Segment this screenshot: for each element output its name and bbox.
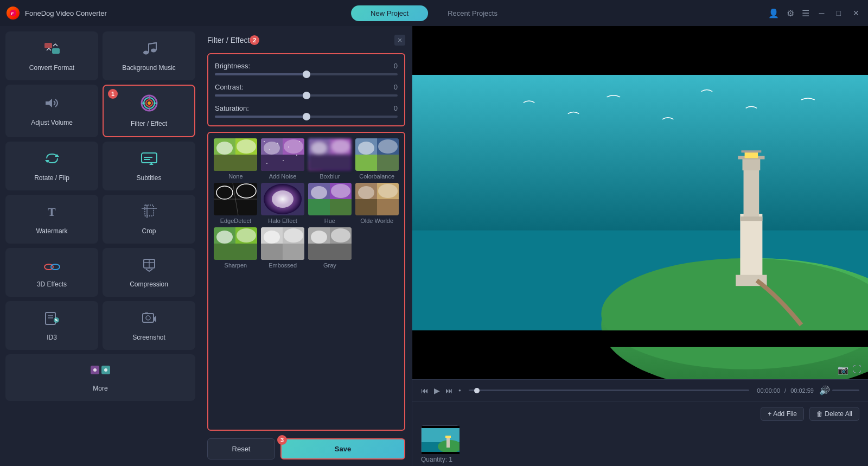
save-btn[interactable]: 3 Save: [280, 438, 405, 459]
contrast-thumb[interactable]: [303, 92, 310, 99]
app-logo: F: [7, 7, 20, 20]
user-icon[interactable]: 👤: [768, 8, 779, 18]
svg-rect-21: [145, 205, 154, 216]
dot-btn: ●: [458, 388, 461, 393]
new-project-btn[interactable]: New Project: [351, 5, 428, 21]
filter-item-embossed[interactable]: Embossed: [261, 227, 305, 269]
svg-point-66: [331, 139, 350, 154]
filter-thumb-none: [214, 138, 257, 171]
sidebar-item-more[interactable]: More: [5, 354, 195, 401]
sidebar-item-id3[interactable]: ✎ ID3: [5, 301, 98, 350]
fullscreen-icon[interactable]: ⛶: [853, 365, 861, 375]
svg-rect-92: [355, 199, 377, 215]
time-separator: /: [784, 387, 786, 394]
svg-point-101: [237, 228, 256, 242]
minimize-btn[interactable]: ─: [817, 8, 827, 18]
panel-title: Filter / Effect: [207, 36, 250, 44]
menu-icon[interactable]: ☰: [802, 8, 809, 18]
filter-item-colorbalance[interactable]: Colorbalance: [355, 138, 399, 180]
svg-rect-71: [377, 155, 399, 171]
filter-item-halo-effect[interactable]: Halo Effect: [261, 183, 305, 224]
svg-rect-64: [308, 155, 352, 171]
filter-item-none[interactable]: None: [214, 138, 258, 180]
settings-icon[interactable]: ⚙: [787, 8, 794, 18]
adjust-volume-icon: [43, 95, 61, 114]
sidebar-item-convert-format[interactable]: Convert Format: [5, 31, 98, 80]
add-file-btn[interactable]: + Add File: [761, 407, 804, 421]
save-btn-label: Save: [335, 445, 351, 453]
filter-panel: Filter / Effect 2 × Brightness: 0: [201, 26, 412, 466]
filter-item-add-noise[interactable]: Add Noise: [261, 138, 305, 180]
delete-all-btn[interactable]: 🗑 Delete All: [809, 407, 859, 421]
svg-rect-130: [412, 330, 868, 347]
svg-rect-106: [283, 244, 304, 260]
filter-item-sharpen[interactable]: Sharpen: [214, 227, 258, 269]
filter-name-edgedetect: EdgeDetect: [220, 218, 251, 224]
svg-rect-121: [740, 214, 762, 280]
sidebar-item-crop[interactable]: Crop: [103, 195, 195, 244]
sidebar-item-background-music[interactable]: Background Music: [103, 31, 195, 80]
filter-thumb-halo-effect: [261, 183, 304, 215]
id3-icon: ✎: [43, 310, 61, 329]
panel-close-btn[interactable]: ×: [394, 35, 405, 46]
filter-item-boxblur[interactable]: Boxblur: [308, 138, 352, 180]
close-btn[interactable]: ✕: [851, 8, 861, 18]
sidebar-item-label-bg-music: Background Music: [122, 64, 176, 72]
watermark-icon: T: [43, 204, 61, 223]
sidebar: Convert Format Background Music: [0, 26, 201, 466]
sidebar-item-subtitles[interactable]: Subtitles: [103, 142, 195, 190]
brightness-thumb[interactable]: [303, 71, 310, 78]
svg-rect-125: [742, 158, 760, 171]
sidebar-item-screenshot[interactable]: Screenshot: [103, 301, 195, 350]
maximize-btn[interactable]: □: [834, 8, 843, 18]
skip-forward-btn[interactable]: ⏭: [445, 386, 453, 395]
filter-item-hue[interactable]: Hue: [308, 183, 352, 224]
filter-item-olde-worlde[interactable]: Olde Worlde: [355, 183, 399, 224]
filter-item-gray[interactable]: Gray: [308, 227, 352, 269]
svg-rect-105: [261, 244, 283, 260]
sidebar-item-filter-effect[interactable]: 1 Filter / Effect: [103, 85, 195, 137]
filter-grid: None: [214, 138, 399, 269]
sidebar-item-label-screenshot: Screenshot: [132, 334, 165, 341]
sliders-section: Brightness: 0 Contrast: 0: [207, 53, 405, 126]
svg-rect-137: [422, 452, 459, 454]
svg-rect-60: [299, 141, 300, 142]
skip-back-btn[interactable]: ⏮: [421, 386, 429, 395]
sidebar-item-3d-effects[interactable]: 3D Effects: [5, 248, 98, 297]
svg-point-113: [311, 231, 327, 244]
sidebar-item-label-id3: ID3: [47, 334, 57, 341]
filter-thumb-olde-worlde: [355, 183, 399, 215]
sidebar-item-label-3d-effects: 3D Effects: [37, 280, 67, 288]
file-item[interactable]: Quantity: 1: [421, 425, 459, 463]
svg-point-72: [358, 142, 374, 155]
svg-rect-44: [214, 155, 257, 171]
progress-bar[interactable]: [469, 390, 749, 391]
svg-rect-34: [143, 314, 154, 322]
svg-text:F: F: [11, 11, 14, 16]
svg-point-95: [378, 184, 398, 198]
panel-header: Filter / Effect 2 ×: [207, 33, 405, 48]
sidebar-item-watermark[interactable]: T Watermark: [5, 195, 98, 244]
contrast-track[interactable]: [215, 94, 398, 97]
camera-icon[interactable]: 📷: [838, 365, 848, 375]
svg-point-39: [93, 368, 97, 372]
svg-point-73: [378, 139, 398, 154]
volume-icon[interactable]: 🔊: [819, 385, 830, 395]
saturation-track[interactable]: [215, 116, 398, 118]
saturation-value: 0: [394, 104, 398, 112]
play-btn[interactable]: ▶: [434, 386, 440, 395]
save-badge: 3: [277, 435, 287, 445]
svg-point-94: [358, 186, 374, 199]
svg-point-114: [331, 228, 350, 242]
app-title: FoneDog Video Converter: [25, 9, 107, 17]
brightness-header: Brightness: 0: [215, 62, 398, 70]
saturation-thumb[interactable]: [303, 113, 310, 120]
sidebar-item-adjust-volume[interactable]: Adjust Volume: [5, 85, 98, 137]
recent-projects-btn[interactable]: Recent Projects: [428, 5, 517, 21]
sidebar-item-compression[interactable]: Compression: [103, 248, 195, 297]
filter-item-edgedetect[interactable]: EdgeDetect: [214, 183, 258, 224]
brightness-track[interactable]: [215, 73, 398, 75]
sidebar-item-rotate-flip[interactable]: Rotate / Flip: [5, 142, 98, 190]
reset-btn[interactable]: Reset: [207, 438, 275, 459]
volume-bar[interactable]: [832, 390, 859, 391]
